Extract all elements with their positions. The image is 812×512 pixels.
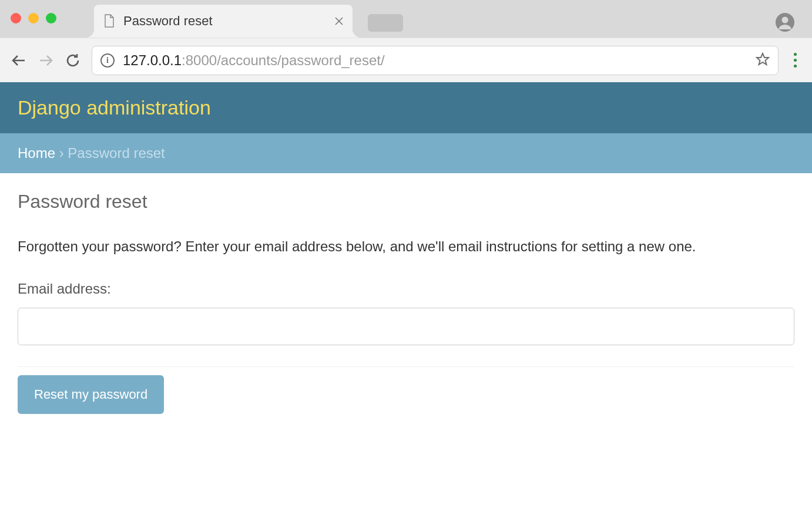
- bookmark-star-icon[interactable]: [756, 52, 770, 69]
- breadcrumb-home-link[interactable]: Home: [18, 145, 55, 161]
- svg-marker-6: [757, 53, 769, 65]
- file-icon: [103, 14, 115, 28]
- url-host: 127.0.0.1: [123, 52, 182, 68]
- window-controls: [11, 13, 56, 23]
- page-content: Password reset Forgotten your password? …: [0, 173, 812, 432]
- url-path: :8000/accounts/password_reset/: [182, 52, 385, 68]
- address-bar[interactable]: i 127.0.0.1:8000/accounts/password_reset…: [92, 46, 779, 75]
- breadcrumb-current: Password reset: [68, 145, 165, 161]
- admin-site-title: Django administration: [18, 96, 794, 119]
- reset-password-button[interactable]: Reset my password: [18, 375, 164, 414]
- window-maximize-button[interactable]: [46, 13, 56, 23]
- tab-title: Password reset: [123, 14, 327, 29]
- new-tab-button[interactable]: [368, 14, 403, 32]
- window-minimize-button[interactable]: [28, 13, 39, 23]
- browser-tab[interactable]: Password reset: [94, 5, 353, 38]
- site-info-icon[interactable]: i: [100, 53, 115, 68]
- page-title: Password reset: [18, 191, 794, 213]
- browser-chrome: Password reset i 127.0.0.1:8000/accounts…: [0, 0, 812, 82]
- breadcrumb-separator: ›: [55, 145, 68, 161]
- email-field[interactable]: [18, 308, 794, 345]
- browser-toolbar: i 127.0.0.1:8000/accounts/password_reset…: [0, 38, 812, 82]
- reload-button[interactable]: [65, 52, 81, 69]
- url-text: 127.0.0.1:8000/accounts/password_reset/: [123, 52, 747, 69]
- tab-close-icon[interactable]: [335, 15, 343, 28]
- back-button[interactable]: [11, 52, 27, 69]
- page-description: Forgotten your password? Enter your emai…: [18, 236, 794, 257]
- form-divider: [18, 366, 794, 367]
- email-label: Email address:: [18, 281, 794, 297]
- admin-header: Django administration: [0, 82, 812, 133]
- window-close-button[interactable]: [11, 13, 21, 23]
- tab-strip: Password reset: [94, 0, 403, 38]
- profile-icon[interactable]: [776, 13, 794, 34]
- forward-button[interactable]: [38, 52, 54, 69]
- svg-point-3: [782, 17, 788, 23]
- breadcrumb: Home › Password reset: [0, 133, 812, 173]
- browser-menu-icon[interactable]: [789, 53, 801, 68]
